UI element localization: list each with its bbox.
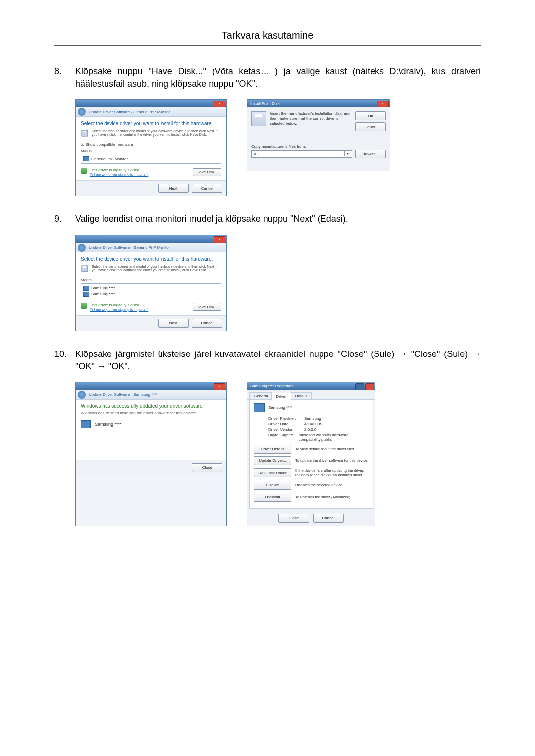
titlebar: × [76, 382, 226, 390]
action-desc: To view details about the driver files. [295, 447, 369, 451]
svg-rect-1 [83, 131, 86, 132]
action-desc: Disables the selected device. [295, 483, 369, 487]
disk-icon [81, 129, 89, 137]
close-button[interactable]: Close [192, 463, 222, 472]
why-signing-link[interactable]: Tell me why driver signing is important [90, 308, 148, 311]
kv-key: Driver Version: [268, 427, 301, 432]
list-item[interactable]: Generic PnP Monitor [83, 156, 219, 162]
close-icon[interactable] [365, 383, 374, 390]
cancel-button[interactable]: Cancel [192, 184, 222, 193]
dialog-instruction: Select the manufacturer and model of you… [81, 129, 221, 137]
titlebar: × [76, 235, 226, 243]
tab-general[interactable]: General [249, 392, 272, 399]
divider-top [54, 45, 481, 46]
show-compatible-label: Show compatible hardware [85, 142, 133, 147]
uninstall-button[interactable]: Uninstall [254, 493, 291, 502]
model-listbox[interactable]: Samsung **** Samsung **** [81, 283, 221, 299]
success-subtext: Windows has finished installing the driv… [81, 411, 221, 415]
back-icon[interactable]: ← [78, 108, 86, 116]
breadcrumb-text: Update Driver Software - Generic PnP Mon… [89, 110, 170, 114]
have-disk-button[interactable]: Have Disk... [193, 168, 221, 176]
breadcrumb-text: Update Driver Software - Samsung **** [89, 392, 158, 397]
tab-driver[interactable]: Driver [271, 393, 291, 400]
driver-details-button[interactable]: Driver Details [254, 445, 291, 454]
chevron-down-icon[interactable]: ▾ [344, 151, 351, 156]
drive-combobox[interactable]: A:\ ▾ [251, 150, 352, 158]
breadcrumb: ← Update Driver Software - Generic PnP M… [76, 107, 226, 117]
back-icon[interactable]: ← [78, 244, 86, 252]
dialog-instruction-text: Select the manufacturer and model of you… [92, 129, 221, 137]
signed-text: This driver is digitally signed. [90, 168, 148, 172]
close-icon[interactable]: × [377, 101, 389, 107]
device-row: Samsung **** [81, 420, 221, 428]
titlebar: Install From Disk × [247, 100, 390, 107]
close-icon[interactable]: × [214, 383, 225, 390]
back-icon[interactable]: ← [78, 391, 86, 399]
signed-notice: This driver is digitally signed. Tell me… [81, 168, 148, 176]
titlebar: × [76, 100, 226, 107]
window-device-properties: Samsung **** Properties General Driver D… [247, 382, 375, 526]
window-update-driver-step8: × ← Update Driver Software - Generic PnP… [75, 99, 227, 196]
action-desc: To update the driver software for this d… [295, 458, 369, 463]
next-button[interactable]: Next [158, 319, 189, 328]
signed-text: This driver is digitally signed. [90, 303, 148, 307]
kv-value: Samsung [304, 416, 321, 421]
monitor-icon [83, 286, 89, 291]
have-disk-button[interactable]: Have Disk... [193, 303, 221, 311]
step-9-text: Valige loendist oma monitori mudel ja kl… [75, 213, 481, 225]
window-update-driver-step9: × ← Update Driver Software - Generic PnP… [75, 235, 227, 331]
step-8-text: Klõpsake nuppu "Have Disk..." (Võta keta… [75, 65, 481, 90]
cancel-button[interactable]: Cancel [355, 122, 386, 131]
properties-tabs: General Driver Details [247, 390, 375, 400]
browse-button[interactable]: Browse... [355, 150, 386, 158]
signed-notice: This driver is digitally signed. Tell me… [81, 303, 148, 311]
action-desc: If the device fails after updating the d… [295, 468, 369, 478]
dialog-instruction-text: Select the manufacturer and model of you… [92, 265, 221, 273]
close-icon[interactable]: × [214, 236, 225, 243]
breadcrumb-text: Update Driver Software - Generic PnP Mon… [89, 245, 170, 250]
breadcrumb: ← Update Driver Software - Samsung **** [76, 390, 226, 400]
dialog-title: Install From Disk [250, 101, 280, 106]
disk-icon [81, 265, 89, 273]
list-item-label: Generic PnP Monitor [91, 157, 128, 161]
svg-rect-3 [83, 266, 86, 268]
why-signing-link[interactable]: Tell me why driver signing is important [90, 173, 148, 176]
rollback-driver-button[interactable]: Roll Back Driver [254, 468, 291, 477]
breadcrumb: ← Update Driver Software - Generic PnP M… [76, 243, 226, 252]
next-button[interactable]: Next [158, 184, 189, 193]
kv-key: Driver Date: [268, 422, 301, 426]
cancel-button[interactable]: Cancel [313, 514, 344, 523]
shield-icon [81, 303, 87, 309]
step-10-text: Klõpsake järgmistel üksteise järel kuvat… [75, 348, 481, 373]
monitor-icon [81, 420, 91, 428]
list-item[interactable]: Samsung **** [83, 285, 219, 291]
disable-button[interactable]: Disable [254, 481, 291, 490]
kv-value: microsoft windows hardware compatibility… [299, 433, 369, 442]
dialog-heading: Select the device driver you want to ins… [81, 121, 221, 126]
dialog-title: Samsung **** Properties [250, 384, 293, 388]
monitor-icon [254, 403, 265, 412]
close-icon[interactable]: × [214, 101, 225, 107]
titlebar: Samsung **** Properties [247, 382, 375, 390]
list-label: Model [81, 278, 221, 282]
cancel-button[interactable]: Cancel [192, 319, 222, 328]
close-button[interactable]: Close [278, 514, 309, 523]
success-heading: Windows has successfully updated your dr… [81, 403, 221, 409]
dialog-heading: Select the device driver you want to ins… [81, 256, 221, 262]
page-title: Tarkvara kasutamine [54, 30, 481, 41]
list-item[interactable]: Samsung **** [83, 291, 219, 297]
monitor-icon [83, 156, 89, 161]
dialog-message: Insert the manufacturer's installation d… [270, 111, 351, 131]
model-listbox[interactable]: Generic PnP Monitor [81, 154, 221, 164]
step-8-number: 8. [54, 65, 75, 90]
device-name: Samsung **** [268, 405, 292, 410]
dialog-instruction: Select the manufacturer and model of you… [81, 265, 221, 273]
help-icon[interactable] [355, 383, 364, 390]
show-compatible-checkbox[interactable]: ☑ Show compatible hardware [81, 142, 221, 147]
update-driver-button[interactable]: Update Driver... [254, 456, 291, 465]
action-desc: To uninstall the driver (Advanced). [295, 495, 369, 499]
step-10-number: 10. [54, 348, 75, 373]
kv-value: 4/14/2005 [304, 422, 322, 426]
tab-details[interactable]: Details [291, 392, 312, 399]
ok-button[interactable]: OK [355, 111, 386, 120]
